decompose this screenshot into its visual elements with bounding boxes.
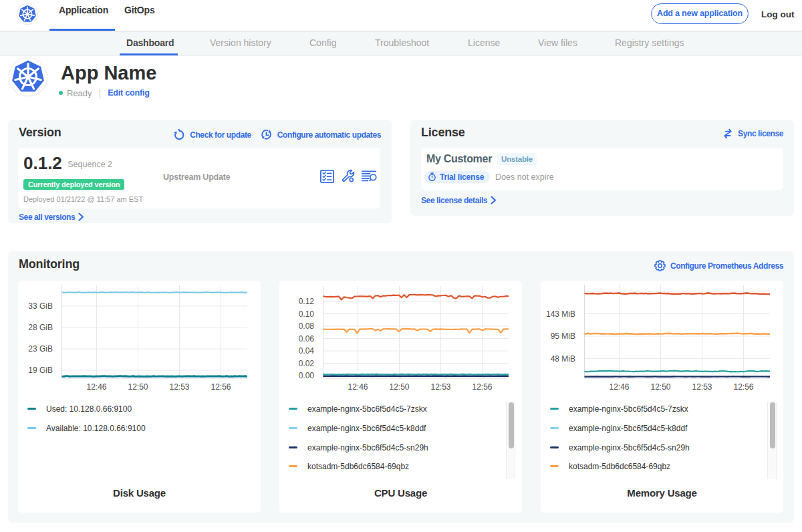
svg-text:48 MiB: 48 MiB: [551, 354, 575, 364]
svg-text:23 GiB: 23 GiB: [28, 344, 53, 354]
svg-text:19 GiB: 19 GiB: [28, 366, 53, 375]
svg-text:12:50: 12:50: [128, 382, 148, 392]
svg-text:95 MiB: 95 MiB: [551, 331, 575, 341]
svg-text:12:46: 12:46: [86, 382, 106, 392]
svg-text:33 GiB: 33 GiB: [28, 301, 53, 311]
svg-text:0.08: 0.08: [299, 321, 315, 331]
svg-text:143 MiB: 143 MiB: [546, 309, 575, 319]
svg-text:0.10: 0.10: [299, 309, 315, 319]
svg-text:0.04: 0.04: [299, 346, 315, 356]
svg-text:0.06: 0.06: [299, 334, 315, 344]
svg-text:12:46: 12:46: [348, 382, 368, 392]
svg-text:12:53: 12:53: [430, 382, 450, 392]
svg-text:12:50: 12:50: [389, 382, 409, 392]
svg-text:12:53: 12:53: [169, 382, 189, 392]
svg-text:12:56: 12:56: [472, 382, 492, 392]
svg-text:12:56: 12:56: [211, 382, 231, 392]
svg-text:12:46: 12:46: [609, 382, 629, 392]
svg-text:28 GiB: 28 GiB: [28, 323, 53, 332]
svg-text:0.00: 0.00: [299, 371, 315, 380]
svg-text:12:50: 12:50: [650, 382, 670, 392]
svg-text:12:56: 12:56: [733, 382, 753, 392]
svg-text:0.02: 0.02: [299, 359, 315, 368]
svg-text:12:53: 12:53: [692, 382, 712, 392]
svg-text:0.12: 0.12: [299, 297, 315, 306]
